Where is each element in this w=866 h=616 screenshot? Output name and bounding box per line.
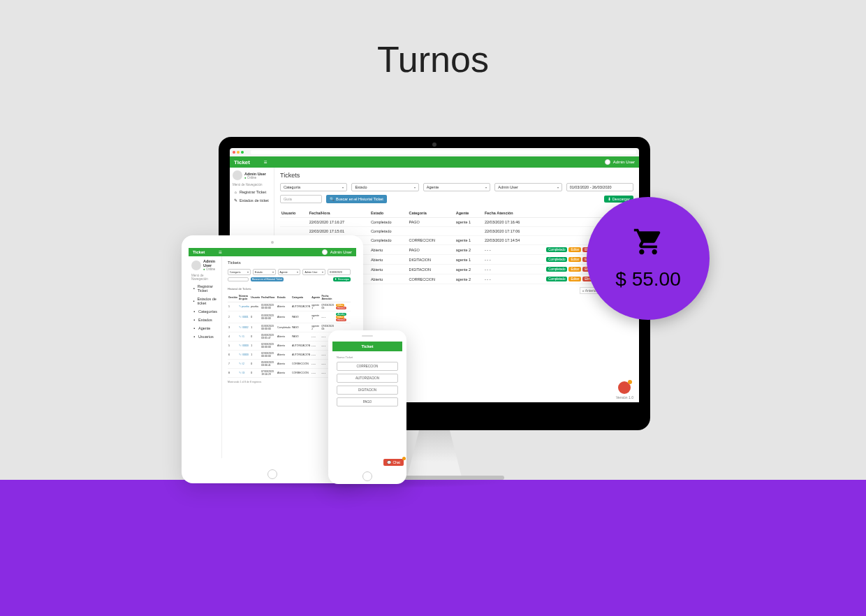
table-cell: Abierto xyxy=(277,342,291,351)
status-badge[interactable]: Completado xyxy=(546,257,567,262)
sidebar-item[interactable]: ▪Usuarios xyxy=(191,332,219,341)
table-cell xyxy=(407,227,454,236)
filter-agente[interactable]: Agente▾ xyxy=(278,269,301,275)
table-cell xyxy=(280,227,308,236)
content-title: Tickets xyxy=(280,172,633,179)
search-button[interactable]: 🔍Buscar en el Historial Ticket xyxy=(326,195,387,203)
ipad-home-button[interactable] xyxy=(267,469,277,479)
sidebar-status: Online xyxy=(203,267,219,271)
filter-admin[interactable]: Admin User▾ xyxy=(494,183,562,191)
sidebar-item-estados[interactable]: ✎Estados de ticket xyxy=(233,196,271,205)
filter-date-range[interactable]: 01/03/2020 - 26/03/2020 xyxy=(566,183,633,191)
menu-toggle-icon[interactable]: ≡ xyxy=(219,249,222,256)
filter-date[interactable]: 01/03/2020 xyxy=(328,269,351,275)
chevron-down-icon: ▾ xyxy=(485,186,487,189)
filter-guia-input[interactable]: Guía xyxy=(280,195,322,203)
table-header: Estado xyxy=(277,293,291,302)
sidebar-avatar xyxy=(191,261,201,270)
filter-categoria[interactable]: Categoría▾ xyxy=(228,269,251,275)
search-button[interactable]: Buscar en el Historial Ticket xyxy=(251,277,284,281)
menu-toggle-icon[interactable]: ≡ xyxy=(264,159,267,166)
brand: Ticket xyxy=(193,250,205,254)
avatar[interactable] xyxy=(398,332,404,338)
chat-widget-icon[interactable] xyxy=(618,381,631,394)
category-option[interactable]: DIGITACION xyxy=(337,386,398,395)
nav-icon: ▪ xyxy=(193,286,196,291)
ticket-link[interactable]: ✎ prueba xyxy=(239,305,249,308)
table-cell: Abierto xyxy=(369,265,408,274)
table-cell: ✎ prueba xyxy=(238,302,250,311)
download-button[interactable]: ⬇Descargar xyxy=(333,277,351,281)
table-header: Número de guía xyxy=(238,293,250,302)
sidebar-item[interactable]: ▪Estados de ticket xyxy=(191,295,219,307)
topbar-username[interactable]: Admin User xyxy=(613,160,635,164)
edit-badge[interactable]: Editar xyxy=(568,267,581,272)
avatar[interactable] xyxy=(605,159,610,165)
table-header: Usuario xyxy=(280,209,308,218)
ticket-link[interactable]: ✎ #0003 xyxy=(239,353,249,356)
table-cell: DIGITACION xyxy=(407,265,454,274)
table-cell: CORRECCION xyxy=(291,369,311,378)
table-cell: Completado xyxy=(369,227,408,236)
sidebar-item[interactable]: ▪Categorías xyxy=(191,307,219,316)
edit-badge[interactable]: Editar xyxy=(568,257,581,262)
table-cell: - - - xyxy=(321,311,335,323)
table-cell: 02/03/2020 00:00:00 xyxy=(260,342,277,351)
ticket-link[interactable]: ✎ #0003 xyxy=(239,344,249,347)
category-option[interactable]: AUTORIZACION xyxy=(337,374,398,383)
table-cell: - - - xyxy=(311,332,321,342)
table-cell: 22/03/2020 17:17:06 xyxy=(483,227,545,236)
ticket-link[interactable]: ✎ #1 xyxy=(239,335,244,338)
topbar-username[interactable]: Admin User xyxy=(330,250,352,254)
ticket-link[interactable]: ✎ #0002 xyxy=(239,326,249,329)
table-header: Fecha Atención xyxy=(321,293,335,302)
chat-button[interactable]: 💬Chat xyxy=(383,459,404,466)
table-cell: 01/03/2020 00:00:00 xyxy=(260,302,277,311)
table-cell: Abierto xyxy=(277,351,291,360)
edit-badge[interactable]: Editar xyxy=(568,277,581,281)
nav-icon: ▪ xyxy=(193,299,195,303)
table-cell: 05/03/2020 03:06:41 xyxy=(260,360,277,369)
topbar: Ticket ≡ Admin User xyxy=(189,248,356,256)
ticket-link[interactable]: ✎ #0001 xyxy=(239,316,249,318)
table-cell: 6 xyxy=(228,351,238,360)
action-badge[interactable]: Eliminar xyxy=(336,318,346,321)
sidebar-item-registrar[interactable]: ⌂Registrar Ticket xyxy=(233,188,271,196)
table-header: Estado xyxy=(369,209,408,218)
sidebar-item[interactable]: ▪Agente xyxy=(191,324,219,332)
table-cell: 01/03/2020 00:00:00 xyxy=(260,311,277,323)
edit-badge[interactable]: Editar xyxy=(568,247,581,252)
topbar: Ticket ≡ Admin User xyxy=(230,156,639,168)
table-header: Fecha/Hora xyxy=(260,293,277,302)
chat-icon: 💬 xyxy=(387,460,391,464)
filter-estado[interactable]: Estado▾ xyxy=(253,269,276,275)
category-option[interactable]: PAGO xyxy=(337,397,398,406)
table-cell: 2 xyxy=(228,311,238,323)
status-badge[interactable]: Completado xyxy=(546,267,567,272)
table-cell: Abierto xyxy=(277,311,291,323)
history-section-label: Historial de Tickets xyxy=(228,287,351,291)
filter-guia-input[interactable] xyxy=(228,277,249,281)
action-badge[interactable]: Eliminar xyxy=(336,307,346,309)
table-header: Fecha Atención xyxy=(483,209,545,218)
ticket-link[interactable]: ✎ #3 xyxy=(239,372,244,374)
status-badge[interactable]: Completado xyxy=(546,247,567,252)
ticket-link[interactable]: ✎ #2 xyxy=(239,362,244,365)
nav-section-label: Menú de Navegación xyxy=(233,183,271,186)
sidebar-item[interactable]: ▪Estados xyxy=(191,316,219,324)
table-row: 3✎ #0002101/03/2020 00:00:00CompletadoPA… xyxy=(228,323,351,332)
filter-admin[interactable]: Admin User▾ xyxy=(302,269,325,275)
status-badge[interactable]: Completado xyxy=(546,277,567,281)
filter-estado[interactable]: Estado▾ xyxy=(351,183,418,191)
table-cell: - - - xyxy=(311,369,321,378)
table-cell xyxy=(455,227,483,236)
category-option[interactable]: CORRECCION xyxy=(337,362,398,371)
filter-agente[interactable]: Agente▾ xyxy=(423,183,490,191)
iphone-home-button[interactable] xyxy=(362,471,372,481)
table-cell: - - - xyxy=(483,265,545,274)
filter-categoria[interactable]: Categoría▾ xyxy=(280,183,347,191)
table-cell: PAGO xyxy=(407,245,454,255)
price-badge[interactable]: $ 55.00 xyxy=(587,197,710,320)
sidebar-item[interactable]: ▪Registrar Ticket xyxy=(191,282,219,295)
avatar[interactable] xyxy=(322,249,328,255)
